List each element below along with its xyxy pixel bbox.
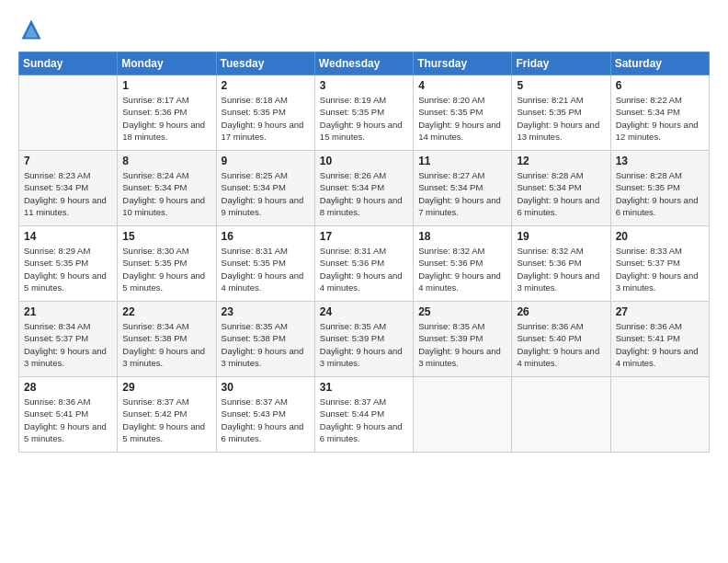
calendar-cell: 22Sunrise: 8:34 AMSunset: 5:38 PMDayligh…: [118, 302, 216, 377]
weekday-header-monday: Monday: [118, 52, 216, 75]
day-number: 12: [517, 155, 605, 167]
page: SundayMondayTuesdayWednesdayThursdayFrid…: [0, 0, 728, 563]
cell-info: Sunrise: 8:32 AMSunset: 5:36 PMDaylight:…: [418, 245, 506, 293]
cell-info: Sunrise: 8:22 AMSunset: 5:34 PMDaylight:…: [616, 94, 704, 143]
calendar-week-row: 1Sunrise: 8:17 AMSunset: 5:36 PMDaylight…: [19, 75, 710, 151]
day-number: 30: [222, 381, 310, 394]
cell-info: Sunrise: 8:35 AMSunset: 5:39 PMDaylight:…: [418, 320, 506, 369]
day-number: 26: [517, 305, 605, 318]
weekday-header-tuesday: Tuesday: [216, 52, 314, 75]
day-number: 22: [122, 305, 210, 318]
calendar-cell: 23Sunrise: 8:35 AMSunset: 5:38 PMDayligh…: [216, 302, 314, 377]
calendar-cell: 21Sunrise: 8:34 AMSunset: 5:37 PMDayligh…: [19, 302, 118, 377]
day-number: 25: [418, 305, 506, 318]
cell-info: Sunrise: 8:30 AMSunset: 5:35 PMDaylight:…: [122, 245, 210, 293]
cell-info: Sunrise: 8:37 AMSunset: 5:43 PMDaylight:…: [222, 396, 310, 444]
day-number: 15: [122, 230, 210, 243]
cell-info: Sunrise: 8:36 AMSunset: 5:41 PMDaylight:…: [616, 320, 704, 369]
day-number: 9: [222, 155, 310, 167]
calendar-cell: 27Sunrise: 8:36 AMSunset: 5:41 PMDayligh…: [610, 302, 709, 377]
cell-info: Sunrise: 8:36 AMSunset: 5:40 PMDaylight:…: [517, 320, 605, 369]
calendar-cell: 11Sunrise: 8:27 AMSunset: 5:34 PMDayligh…: [414, 151, 512, 226]
day-number: 23: [222, 305, 310, 318]
day-number: 28: [24, 381, 112, 394]
calendar-cell: 30Sunrise: 8:37 AMSunset: 5:43 PMDayligh…: [216, 377, 314, 453]
day-number: 17: [320, 230, 408, 243]
weekday-header-sunday: Sunday: [19, 52, 118, 75]
calendar-cell: 7Sunrise: 8:23 AMSunset: 5:34 PMDaylight…: [19, 151, 118, 226]
calendar-table: SundayMondayTuesdayWednesdayThursdayFrid…: [18, 52, 710, 453]
cell-info: Sunrise: 8:26 AMSunset: 5:34 PMDaylight:…: [320, 169, 408, 218]
calendar-cell: 29Sunrise: 8:37 AMSunset: 5:42 PMDayligh…: [118, 377, 216, 453]
calendar-cell: 13Sunrise: 8:28 AMSunset: 5:35 PMDayligh…: [610, 151, 709, 226]
cell-info: Sunrise: 8:29 AMSunset: 5:35 PMDaylight:…: [24, 245, 112, 293]
cell-info: Sunrise: 8:31 AMSunset: 5:35 PMDaylight:…: [222, 245, 310, 293]
day-number: 8: [122, 155, 210, 167]
cell-info: Sunrise: 8:31 AMSunset: 5:36 PMDaylight:…: [320, 245, 408, 293]
calendar-cell: 26Sunrise: 8:36 AMSunset: 5:40 PMDayligh…: [512, 302, 610, 377]
calendar-cell: 1Sunrise: 8:17 AMSunset: 5:36 PMDaylight…: [118, 75, 216, 151]
calendar-cell: 25Sunrise: 8:35 AMSunset: 5:39 PMDayligh…: [414, 302, 512, 377]
cell-info: Sunrise: 8:19 AMSunset: 5:35 PMDaylight:…: [320, 94, 408, 143]
day-number: 21: [24, 305, 112, 318]
day-number: 13: [616, 155, 704, 167]
cell-info: Sunrise: 8:18 AMSunset: 5:35 PMDaylight:…: [222, 94, 310, 143]
calendar-week-row: 28Sunrise: 8:36 AMSunset: 5:41 PMDayligh…: [19, 377, 710, 453]
day-number: 2: [222, 79, 310, 92]
day-number: 6: [616, 79, 704, 92]
weekday-header-wednesday: Wednesday: [314, 52, 413, 75]
calendar-cell: 5Sunrise: 8:21 AMSunset: 5:35 PMDaylight…: [512, 75, 610, 151]
day-number: 16: [222, 230, 310, 243]
calendar-cell: 28Sunrise: 8:36 AMSunset: 5:41 PMDayligh…: [19, 377, 118, 453]
calendar-cell: 2Sunrise: 8:18 AMSunset: 5:35 PMDaylight…: [216, 75, 314, 151]
calendar-cell: [512, 377, 610, 453]
calendar-cell: 3Sunrise: 8:19 AMSunset: 5:35 PMDaylight…: [314, 75, 413, 151]
day-number: 27: [616, 305, 704, 318]
calendar-cell: 9Sunrise: 8:25 AMSunset: 5:34 PMDaylight…: [216, 151, 314, 226]
calendar-week-row: 14Sunrise: 8:29 AMSunset: 5:35 PMDayligh…: [19, 226, 710, 302]
cell-info: Sunrise: 8:27 AMSunset: 5:34 PMDaylight:…: [418, 169, 506, 218]
weekday-header-friday: Friday: [512, 52, 610, 75]
day-number: 31: [320, 381, 408, 394]
weekday-header-thursday: Thursday: [414, 52, 512, 75]
day-number: 3: [320, 79, 408, 92]
cell-info: Sunrise: 8:21 AMSunset: 5:35 PMDaylight:…: [517, 94, 605, 143]
cell-info: Sunrise: 8:28 AMSunset: 5:35 PMDaylight:…: [616, 169, 704, 218]
calendar-cell: 20Sunrise: 8:33 AMSunset: 5:37 PMDayligh…: [610, 226, 709, 302]
cell-info: Sunrise: 8:23 AMSunset: 5:34 PMDaylight:…: [24, 169, 112, 218]
calendar-cell: 31Sunrise: 8:37 AMSunset: 5:44 PMDayligh…: [314, 377, 413, 453]
day-number: 4: [418, 79, 506, 92]
calendar-cell: 12Sunrise: 8:28 AMSunset: 5:34 PMDayligh…: [512, 151, 610, 226]
calendar-cell: 14Sunrise: 8:29 AMSunset: 5:35 PMDayligh…: [19, 226, 118, 302]
calendar-cell: 17Sunrise: 8:31 AMSunset: 5:36 PMDayligh…: [314, 226, 413, 302]
cell-info: Sunrise: 8:36 AMSunset: 5:41 PMDaylight:…: [24, 396, 112, 444]
cell-info: Sunrise: 8:24 AMSunset: 5:34 PMDaylight:…: [122, 169, 210, 218]
cell-info: Sunrise: 8:17 AMSunset: 5:36 PMDaylight:…: [122, 94, 210, 143]
day-number: 5: [517, 79, 605, 92]
calendar-week-row: 7Sunrise: 8:23 AMSunset: 5:34 PMDaylight…: [19, 151, 710, 226]
calendar-cell: 19Sunrise: 8:32 AMSunset: 5:36 PMDayligh…: [512, 226, 610, 302]
day-number: 14: [24, 230, 112, 243]
cell-info: Sunrise: 8:28 AMSunset: 5:34 PMDaylight:…: [517, 169, 605, 218]
calendar-cell: 15Sunrise: 8:30 AMSunset: 5:35 PMDayligh…: [118, 226, 216, 302]
calendar-cell: [19, 75, 118, 151]
calendar-cell: 4Sunrise: 8:20 AMSunset: 5:35 PMDaylight…: [414, 75, 512, 151]
logo-icon: [18, 17, 44, 42]
cell-info: Sunrise: 8:34 AMSunset: 5:37 PMDaylight:…: [24, 320, 112, 369]
cell-info: Sunrise: 8:35 AMSunset: 5:38 PMDaylight:…: [222, 320, 310, 369]
calendar-cell: 6Sunrise: 8:22 AMSunset: 5:34 PMDaylight…: [610, 75, 709, 151]
cell-info: Sunrise: 8:25 AMSunset: 5:34 PMDaylight:…: [222, 169, 310, 218]
header: [18, 17, 710, 42]
day-number: 18: [418, 230, 506, 243]
calendar-cell: [414, 377, 512, 453]
calendar-cell: 8Sunrise: 8:24 AMSunset: 5:34 PMDaylight…: [118, 151, 216, 226]
calendar-cell: 18Sunrise: 8:32 AMSunset: 5:36 PMDayligh…: [414, 226, 512, 302]
calendar-cell: 16Sunrise: 8:31 AMSunset: 5:35 PMDayligh…: [216, 226, 314, 302]
weekday-header-saturday: Saturday: [610, 52, 709, 75]
cell-info: Sunrise: 8:37 AMSunset: 5:42 PMDaylight:…: [122, 396, 210, 444]
logo: [18, 17, 48, 42]
cell-info: Sunrise: 8:20 AMSunset: 5:35 PMDaylight:…: [418, 94, 506, 143]
calendar-week-row: 21Sunrise: 8:34 AMSunset: 5:37 PMDayligh…: [19, 302, 710, 377]
day-number: 29: [122, 381, 210, 394]
day-number: 19: [517, 230, 605, 243]
